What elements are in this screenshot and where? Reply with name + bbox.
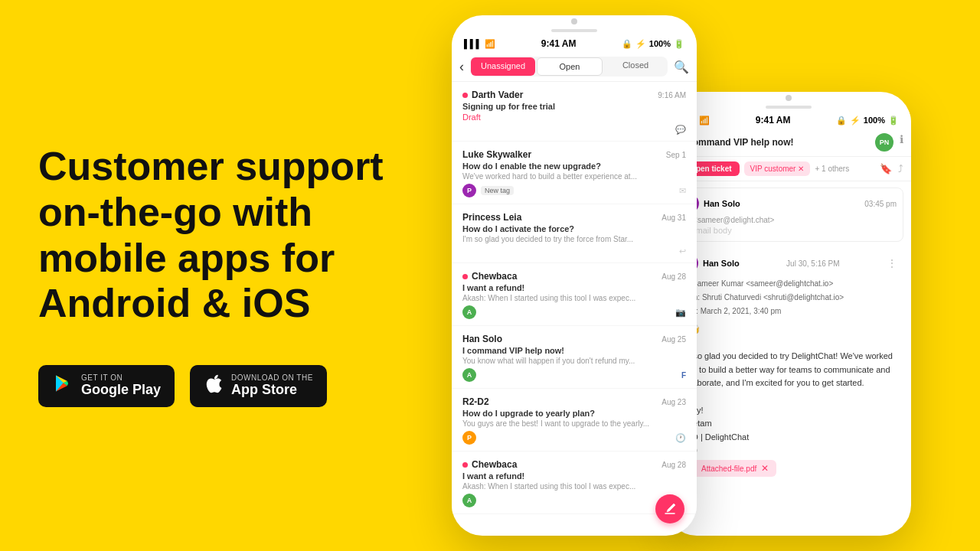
bluetooth-icon: ⚡ (635, 39, 646, 49)
unread-dot (462, 462, 468, 468)
headline: Customer support on-the-go with mobile a… (38, 144, 406, 327)
camera-icon: 📷 (675, 308, 686, 318)
tab-closed[interactable]: Closed (603, 57, 668, 77)
ticket-date: Sep 1 (666, 151, 686, 159)
email-body2: Enjoy! Preetam CEO | DelightChat (680, 404, 897, 445)
email-body: Hi 👋 I'm so glad you decided to try Deli… (680, 323, 897, 444)
unread-dot (462, 274, 468, 279)
tab-open[interactable]: Open (537, 57, 603, 76)
app-store-line2: App Store (231, 382, 313, 399)
ticket-subject: How do I upgrade to yearly plan? (462, 409, 686, 418)
bluetooth-icon: ⚡ (850, 116, 861, 126)
ticket-preview: You know what will happen if you don't r… (462, 357, 686, 365)
share-icon[interactable]: ⤴ (898, 163, 903, 174)
avatar: A (462, 305, 476, 319)
draft-body: Hi email body (681, 226, 897, 235)
ticket-tabs: Unassigned Open Closed (470, 57, 668, 77)
draft-to: To: <sameer@delight.chat> (681, 216, 897, 224)
google-play-line2: Google Play (81, 382, 161, 399)
avatar: A (462, 368, 476, 382)
phone-front: ▌▌▌ 📶 9:41 AM 🔒 ⚡ 100% 🔋 ‹ Unassigned Op… (452, 15, 697, 536)
email-header-icons: PN ℹ (875, 133, 903, 152)
email-meta: To: Sameer Kumar <sameer@delightchat.io>… (680, 277, 897, 318)
ticket-subject: I want a refund! (462, 471, 686, 481)
apple-icon (204, 373, 224, 399)
email-date: Date: March 2, 2021, 3:40 pm (680, 305, 897, 318)
ticket-date: Aug 23 (662, 398, 686, 406)
draft-email: HS Han Solo 03:45 pm To: <sameer@delight… (674, 187, 903, 242)
email-time: Jul 30, 5:16 PM (786, 259, 839, 268)
ticket-subject: How do I activate the force? (462, 224, 686, 233)
google-play-icon (52, 373, 74, 399)
ticket-item[interactable]: Luke Skywalker Sep 1 How do I enable the… (452, 142, 697, 204)
email-icon: ✉ (679, 186, 686, 196)
attachment-close[interactable]: ✕ (761, 463, 769, 474)
ticket-list: Darth Vader 9:16 AM Signing up for free … (452, 82, 697, 514)
bookmark-icon[interactable]: 🔖 (880, 163, 892, 174)
vip-close[interactable]: ✕ (798, 165, 804, 173)
ticket-contact: Chewbaca (472, 459, 517, 470)
ticket-contact: R2-D2 (462, 396, 489, 407)
app-store-text: Download on the App Store (231, 373, 313, 399)
ticket-item[interactable]: Darth Vader 9:16 AM Signing up for free … (452, 82, 697, 142)
battery-text: 100% (864, 116, 885, 125)
ticket-item[interactable]: Han Solo Aug 25 I command VIP help now! … (452, 326, 697, 389)
google-play-text: GET IT ON Google Play (81, 373, 161, 399)
lock-icon: 🔒 (836, 116, 847, 126)
email-dots (680, 444, 897, 457)
fb-icon: F (681, 371, 686, 380)
ticket-item[interactable]: R2-D2 Aug 23 How do I upgrade to yearly … (452, 389, 697, 452)
clock-icon: 🕐 (675, 433, 686, 443)
email-message: HS Han Solo Jul 30, 5:16 PM ⋮ To: Sameer… (674, 248, 903, 483)
lock-icon: 🔒 (622, 39, 632, 49)
unread-dot (462, 93, 468, 98)
ticket-subject: How do I enable the new upgrade? (462, 161, 686, 171)
compose-fab[interactable] (655, 494, 684, 523)
store-buttons: GET IT ON Google Play Download on the Ap… (38, 365, 406, 407)
battery-area: 🔒 ⚡ 100% 🔋 (622, 39, 684, 49)
ticket-contact: Princess Leia (462, 212, 521, 223)
ticket-contact: Darth Vader (472, 90, 523, 100)
info-icon[interactable]: ℹ (900, 133, 903, 152)
ticket-item[interactable]: Chewbaca Aug 28 I want a refund! Akash: … (452, 263, 697, 326)
ticket-preview: We've worked hard to build a better expe… (462, 172, 686, 181)
ticket-preview: Akash: When I started using this tool I … (462, 294, 686, 302)
status-bar-front: ▌▌▌ 📶 9:41 AM 🔒 ⚡ 100% 🔋 (452, 35, 697, 52)
battery-icon: 🔋 (674, 39, 684, 49)
ticket-subject: I command VIP help now! (462, 346, 686, 355)
ticket-preview: Akash: When I started using this tool I … (462, 482, 686, 491)
back-button[interactable]: ‹ (459, 59, 464, 75)
time-back: 9:41 AM (756, 115, 791, 126)
time-front: 9:41 AM (541, 38, 577, 49)
ticket-contact: Chewbaca (472, 271, 517, 282)
search-icon[interactable]: 🔍 (674, 60, 689, 74)
ticket-preview: You guys are the best! I want to upgrade… (462, 419, 686, 428)
left-panel: Customer support on-the-go with mobile a… (0, 98, 444, 453)
ticket-draft: Draft (462, 112, 686, 122)
email-greeting: Hi 👋 (680, 323, 897, 337)
avatar: A (462, 494, 476, 507)
more-options-icon[interactable]: ⋮ (887, 257, 897, 269)
ticket-date: Aug 28 (662, 461, 686, 469)
message-icon: 💬 (675, 125, 686, 135)
battery-area-back: 🔒 ⚡ 100% 🔋 (836, 116, 899, 126)
email-tags: Reopen ticket VIP customer ✕ + 1 others … (666, 157, 911, 181)
draft-time: 03:45 pm (864, 200, 897, 208)
ticket-nav: ‹ Unassigned Open Closed 🔍 (452, 52, 697, 82)
ticket-contact: Han Solo (462, 334, 502, 344)
google-play-button[interactable]: GET IT ON Google Play (38, 365, 175, 407)
tab-unassigned[interactable]: Unassigned (471, 57, 535, 76)
ticket-date: Aug 28 (662, 272, 686, 281)
wifi-icon: 📶 (699, 116, 710, 126)
ticket-item[interactable]: Princess Leia Aug 31 How do I activate t… (452, 204, 697, 263)
app-store-button[interactable]: Download on the App Store (190, 365, 327, 407)
avatar: P (462, 184, 476, 197)
reply-icon: ↩ (679, 246, 686, 256)
email-sender-name: Han Solo (703, 259, 740, 268)
battery-icon: 🔋 (888, 116, 899, 126)
avatar: P (462, 431, 476, 445)
email-to: To: Sameer Kumar <sameer@delightchat.io> (680, 277, 897, 291)
ticket-date: Aug 31 (662, 214, 686, 222)
ticket-subject: Signing up for free trial (462, 102, 686, 111)
battery-text: 100% (649, 39, 671, 48)
